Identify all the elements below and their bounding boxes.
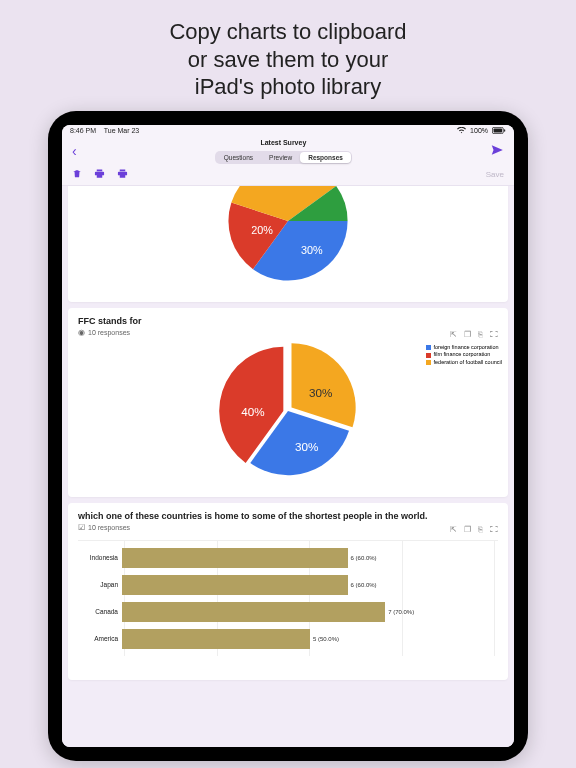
print-icon[interactable]	[94, 168, 105, 181]
pie-chart-1: 20% 30%	[78, 186, 498, 292]
bar-fill: 6 (60.0%)	[122, 575, 348, 595]
response-count-2: ◉ 10 responses	[78, 328, 498, 337]
checkbox-indicator-icon: ☑	[78, 523, 85, 532]
bar-value-label: 6 (60.0%)	[351, 555, 377, 561]
segmented-control[interactable]: Questions Preview Responses	[215, 151, 352, 164]
bar-track: 7 (70.0%)	[122, 602, 498, 622]
svg-rect-1	[494, 128, 503, 132]
tab-preview[interactable]: Preview	[261, 152, 300, 163]
pie1-label-red: 20%	[251, 224, 273, 236]
response-count-3: ☑ 10 responses	[78, 523, 498, 532]
bar-value-label: 7 (70.0%)	[388, 609, 414, 615]
page-title: Latest Survey	[77, 139, 490, 146]
battery-percent: 100%	[470, 127, 488, 134]
bar-row: America5 (50.0%)	[78, 627, 498, 651]
chart-card-3: which one of these countries is home to …	[68, 503, 508, 680]
ipad-screen: 8:46 PM Tue Mar 23 100% ‹ Latest Survey	[62, 125, 514, 747]
ipad-frame: 8:46 PM Tue Mar 23 100% ‹ Latest Survey	[48, 111, 528, 761]
copy-icon[interactable]: ❐	[464, 525, 471, 534]
radio-indicator-icon: ◉	[78, 328, 85, 337]
status-bar: 8:46 PM Tue Mar 23 100%	[62, 125, 514, 137]
promo-headline: Copy charts to clipboard or save them to…	[0, 0, 576, 111]
bar-value-label: 6 (60.0%)	[351, 582, 377, 588]
send-button[interactable]	[490, 143, 504, 160]
trash-icon[interactable]	[72, 168, 82, 181]
bar-row: Canada7 (70.0%)	[78, 600, 498, 624]
bar-row: Indonesia6 (60.0%)	[78, 546, 498, 570]
battery-icon	[492, 127, 506, 135]
chart-card-2: FFC stands for ◉ 10 responses ⇱ ❐ ⎘ ⛶ fo…	[68, 308, 508, 497]
export-icon[interactable]: ⇱	[450, 525, 457, 534]
pie2-label-orange: 30%	[309, 386, 332, 399]
wifi-icon	[457, 127, 466, 135]
content-scroll[interactable]: 20% 30% FFC stands for ◉ 10 responses ⇱ …	[62, 186, 514, 747]
pie1-label-blue: 30%	[301, 243, 323, 255]
save-button[interactable]: Save	[486, 170, 504, 179]
pie2-label-red: 40%	[241, 404, 264, 417]
bar-track: 6 (60.0%)	[122, 548, 498, 568]
bar-track: 6 (60.0%)	[122, 575, 498, 595]
bar-category: America	[78, 635, 122, 642]
status-date: Tue Mar 23	[104, 127, 140, 134]
bar-fill: 7 (70.0%)	[122, 602, 385, 622]
bar-row: Japan6 (60.0%)	[78, 573, 498, 597]
bar-category: Canada	[78, 608, 122, 615]
bar-value-label: 5 (50.0%)	[313, 636, 339, 642]
pie-chart-2: 30% 30% 40%	[78, 337, 498, 487]
printer-icon[interactable]	[117, 168, 128, 181]
status-time: 8:46 PM	[70, 127, 96, 134]
top-nav: ‹ Latest Survey Questions Preview Respon…	[62, 137, 514, 166]
bar-fill: 5 (50.0%)	[122, 629, 310, 649]
chart-card-1: 20% 30%	[68, 186, 508, 302]
bar-category: Indonesia	[78, 554, 122, 561]
bar-fill: 6 (60.0%)	[122, 548, 348, 568]
pie2-label-blue: 30%	[295, 439, 318, 452]
bar-track: 5 (50.0%)	[122, 629, 498, 649]
bar-category: Japan	[78, 581, 122, 588]
bar-chart-3: Indonesia6 (60.0%)Japan6 (60.0%)Canada7 …	[78, 540, 498, 670]
tab-questions[interactable]: Questions	[216, 152, 261, 163]
question-title-2: FFC stands for	[78, 316, 498, 326]
clipboard-icon[interactable]: ⎘	[478, 525, 483, 534]
expand-icon[interactable]: ⛶	[490, 525, 498, 534]
question-title-3: which one of these countries is home to …	[78, 511, 498, 521]
tab-responses[interactable]: Responses	[300, 152, 351, 163]
svg-rect-2	[504, 129, 505, 131]
toolbar: Save	[62, 166, 514, 186]
